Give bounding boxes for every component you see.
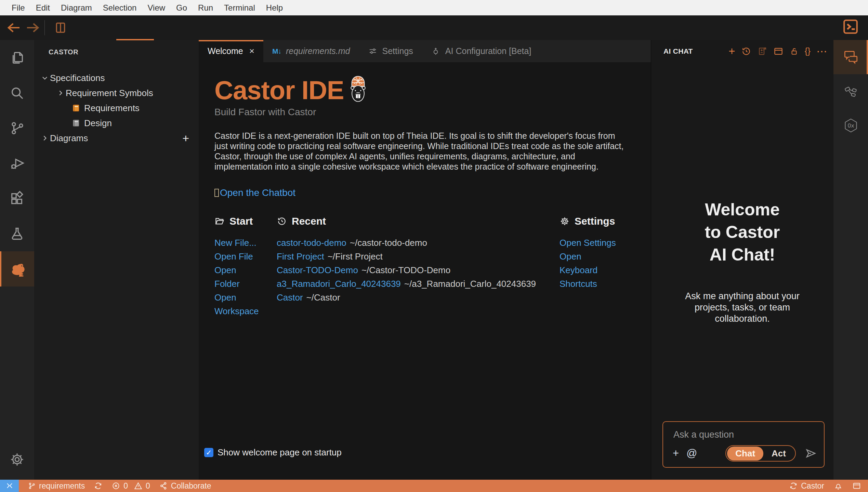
open-chatbot-link[interactable]: Open the Chatbot [214,187,295,198]
open-settings-link[interactable]: Open Settings [560,236,616,250]
chat-mode-button[interactable]: Chat [727,447,763,461]
tab-requirements-md[interactable]: M↓ requirements.md [263,40,359,62]
collaborate-label: Collaborate [171,481,211,491]
warning-icon [134,481,143,490]
right-activity-hierarchy[interactable] [833,74,868,108]
question-input[interactable] [673,429,810,440]
activity-castor[interactable] [0,251,34,287]
activity-debug[interactable] [0,146,34,181]
layout-button[interactable] [773,46,784,56]
tree-item-requirement-symbols[interactable]: Requirement Symbols [34,85,199,101]
tab-settings[interactable]: Settings [359,40,422,62]
activity-testing[interactable] [0,216,34,251]
unlock-button[interactable] [789,46,799,56]
sync-status[interactable] [94,481,103,490]
send-button[interactable] [805,447,817,460]
menubar: File Edit Diagram Selection View Go Run … [0,0,868,15]
braces-button[interactable]: {} [805,46,811,56]
act-mode-button[interactable]: Act [763,447,794,461]
right-activity-hex-0x[interactable]: 0x [833,108,868,143]
ai-chat-header: AI CHAT + {} ⋯ [651,40,833,62]
menu-edit[interactable]: Edit [30,0,55,15]
ai-chat-body: Welcome to Castor AI Chat! Ask me anythi… [651,62,833,480]
activity-settings[interactable] [0,442,34,477]
activity-explorer[interactable] [0,40,34,75]
menu-terminal[interactable]: Terminal [219,0,261,15]
beaver-icon [8,260,26,278]
open-folder-link[interactable]: OpenFolder [214,263,240,291]
tree-item-requirements[interactable]: Requirements [34,101,199,116]
recent-item: Castor-TODO-Demo~/Castor-TODO-Demo [277,263,560,277]
forward-button[interactable] [23,18,42,37]
gray-book-icon [71,118,81,128]
svg-text:0x: 0x [847,122,854,129]
hexagon-0x-icon: 0x [843,117,859,134]
activity-search[interactable] [0,75,34,110]
activity-source-control[interactable] [0,110,34,146]
folder-open-icon [214,216,225,226]
menu-help[interactable]: Help [261,0,288,15]
tree-item-design[interactable]: Design [34,116,199,131]
tree-item-diagrams[interactable]: Diagrams + [34,131,199,146]
new-chat-button[interactable]: + [728,45,735,57]
unlock-icon [789,46,799,56]
extensions-icon [9,191,25,207]
recent-item: Castor~/Castor [277,291,560,304]
tab-label: Welcome [208,46,243,56]
notifications-button[interactable] [834,481,843,490]
menu-view[interactable]: View [142,0,171,15]
ai-chat-title: AI CHAT [663,47,693,55]
run-debug-icon [9,155,25,172]
startup-checkbox[interactable]: ✓ [204,448,213,457]
menu-file[interactable]: File [6,0,30,15]
menu-go[interactable]: Go [171,0,193,15]
chat-history-button[interactable] [741,46,751,56]
menu-run[interactable]: Run [193,0,219,15]
more-actions-button[interactable]: ⋯ [816,45,827,58]
export-chat-button[interactable] [757,46,767,56]
recent-link[interactable]: a3_Ramadori_Carlo_40243639 [277,279,401,289]
remote-indicator[interactable] [0,480,19,492]
panel-toggle-button[interactable] [852,481,861,490]
mention-button[interactable]: @ [686,447,697,460]
castor-status-label: Castor [801,481,824,491]
back-button[interactable] [4,18,23,37]
sync-icon [789,481,798,490]
tab-ai-configuration[interactable]: AI Configuration [Beta] [422,40,540,62]
branch-status[interactable]: requirements [28,481,85,491]
tab-label: requirements.md [286,46,350,56]
tree-item-label: Requirements [84,103,140,114]
new-file-link[interactable]: New File... [214,236,257,250]
recent-link[interactable]: Castor [277,292,303,303]
tree-item-label: Requirement Symbols [66,88,153,98]
keyboard-shortcuts-link[interactable]: OpenKeyboardShortcuts [560,250,597,291]
recent-path: ~/First Project [328,251,383,262]
activity-bar [0,40,34,480]
menu-selection[interactable]: Selection [97,0,142,15]
collaborate-status[interactable]: Collaborate [159,481,211,491]
recent-link[interactable]: castor-todo-demo [277,238,346,248]
open-file-link[interactable]: Open File [214,250,253,263]
split-editor-button[interactable] [51,18,70,37]
tab-label: AI Configuration [Beta] [445,46,531,56]
activity-extensions[interactable] [0,181,34,216]
castor-sync-status[interactable]: Castor [789,481,824,491]
recent-path: ~/Castor-TODO-Demo [361,265,450,275]
branch-label: requirements [39,481,85,491]
tree-item-specifications[interactable]: Specifications [34,70,199,85]
terminal-button[interactable] [842,18,859,35]
recent-link[interactable]: Castor-TODO-Demo [277,265,358,275]
tab-welcome[interactable]: Welcome × [199,40,263,62]
recent-link[interactable]: First Project [277,251,324,262]
open-workspace-link[interactable]: OpenWorkspace [214,291,259,318]
remote-icon [5,482,14,490]
menu-diagram[interactable]: Diagram [55,0,97,15]
orange-book-icon [71,103,81,113]
close-icon[interactable]: × [249,46,254,56]
attach-button[interactable]: + [673,447,679,460]
errors-status[interactable]: 0 0 [111,481,150,491]
right-activity-chat[interactable] [833,40,868,74]
add-diagram-button[interactable]: + [182,132,189,145]
error-icon [111,481,120,490]
share-icon [159,481,168,490]
